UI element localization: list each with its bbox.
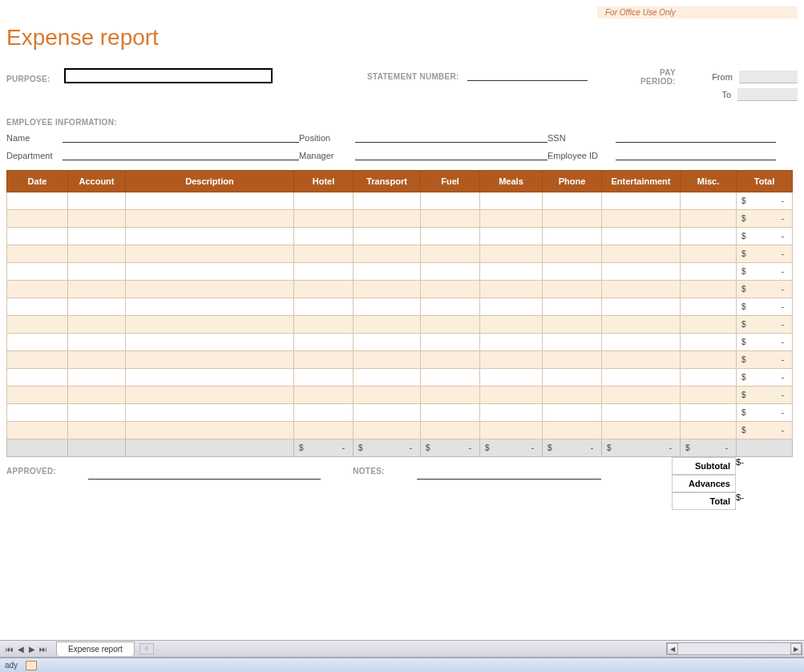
- table-cell[interactable]: [126, 228, 294, 245]
- table-cell[interactable]: [126, 369, 294, 387]
- table-cell[interactable]: [421, 210, 480, 228]
- nav-prev-icon[interactable]: ◀: [16, 643, 26, 654]
- table-cell[interactable]: [421, 316, 480, 334]
- advances-value[interactable]: [736, 475, 792, 492]
- table-cell[interactable]: [602, 351, 681, 369]
- table-cell[interactable]: [354, 210, 421, 228]
- table-cell[interactable]: [681, 351, 737, 369]
- table-cell[interactable]: [68, 334, 126, 351]
- table-cell[interactable]: [294, 369, 354, 387]
- table-cell[interactable]: [126, 298, 294, 316]
- table-cell[interactable]: [480, 369, 543, 387]
- table-cell[interactable]: [294, 387, 354, 404]
- table-cell[interactable]: [7, 369, 68, 387]
- table-cell[interactable]: [7, 298, 68, 316]
- table-cell[interactable]: [602, 263, 681, 281]
- table-cell[interactable]: [681, 245, 737, 263]
- table-cell[interactable]: [421, 228, 480, 245]
- table-cell[interactable]: [7, 192, 68, 210]
- table-cell[interactable]: [68, 316, 126, 334]
- table-cell[interactable]: [354, 281, 421, 298]
- table-cell[interactable]: [126, 351, 294, 369]
- table-cell[interactable]: [126, 245, 294, 263]
- table-cell[interactable]: [421, 263, 480, 281]
- table-cell[interactable]: [7, 334, 68, 351]
- table-cell[interactable]: [354, 316, 421, 334]
- scroll-left-icon[interactable]: ◀: [667, 643, 678, 654]
- table-cell[interactable]: [68, 369, 126, 387]
- table-cell[interactable]: [681, 192, 737, 210]
- table-cell[interactable]: [543, 334, 602, 351]
- horizontal-scrollbar[interactable]: ◀ ▶: [666, 642, 802, 655]
- table-cell[interactable]: [294, 192, 354, 210]
- table-cell[interactable]: [294, 404, 354, 422]
- department-input[interactable]: [63, 148, 299, 160]
- table-cell[interactable]: [480, 281, 543, 298]
- table-cell[interactable]: [543, 404, 602, 422]
- table-cell[interactable]: [602, 245, 681, 263]
- table-cell[interactable]: [294, 316, 354, 334]
- table-cell[interactable]: [602, 210, 681, 228]
- table-cell[interactable]: [294, 298, 354, 316]
- table-cell[interactable]: [421, 298, 480, 316]
- employee-id-input[interactable]: [616, 148, 776, 160]
- add-sheet-icon[interactable]: ✧: [139, 643, 154, 654]
- ssn-input[interactable]: [616, 130, 776, 143]
- table-cell[interactable]: [421, 245, 480, 263]
- scroll-right-icon[interactable]: ▶: [790, 643, 802, 654]
- table-cell[interactable]: [543, 281, 602, 298]
- notes-input[interactable]: [417, 467, 601, 480]
- table-cell[interactable]: [480, 387, 543, 404]
- table-cell[interactable]: [421, 192, 480, 210]
- table-cell[interactable]: [421, 351, 480, 369]
- table-cell[interactable]: [681, 334, 737, 351]
- table-cell[interactable]: [68, 245, 126, 263]
- table-cell[interactable]: [126, 192, 294, 210]
- table-cell[interactable]: [480, 298, 543, 316]
- table-cell[interactable]: [126, 281, 294, 298]
- table-cell[interactable]: [126, 334, 294, 351]
- sheet-tab-expense-report[interactable]: Expense report: [56, 642, 135, 656]
- table-cell[interactable]: [68, 404, 126, 422]
- table-cell[interactable]: [480, 316, 543, 334]
- table-cell[interactable]: [421, 422, 480, 439]
- table-cell[interactable]: [543, 369, 602, 387]
- table-cell[interactable]: [543, 263, 602, 281]
- table-cell[interactable]: [681, 387, 737, 404]
- purpose-input[interactable]: [64, 68, 273, 83]
- table-cell[interactable]: [126, 422, 294, 439]
- table-cell[interactable]: [354, 404, 421, 422]
- table-cell[interactable]: [7, 263, 68, 281]
- table-cell[interactable]: [354, 351, 421, 369]
- table-cell[interactable]: [602, 228, 681, 245]
- table-cell[interactable]: [602, 298, 681, 316]
- table-cell[interactable]: [602, 387, 681, 404]
- table-cell[interactable]: [543, 228, 602, 245]
- table-cell[interactable]: [480, 263, 543, 281]
- table-cell[interactable]: [480, 245, 543, 263]
- table-cell[interactable]: [7, 245, 68, 263]
- table-cell[interactable]: [602, 316, 681, 334]
- name-input[interactable]: [63, 130, 299, 143]
- table-cell[interactable]: [543, 351, 602, 369]
- table-cell[interactable]: [7, 422, 68, 439]
- table-cell[interactable]: [543, 387, 602, 404]
- table-cell[interactable]: [354, 263, 421, 281]
- table-cell[interactable]: [7, 210, 68, 228]
- table-cell[interactable]: [681, 316, 737, 334]
- table-cell[interactable]: [7, 387, 68, 404]
- table-cell[interactable]: [480, 210, 543, 228]
- table-cell[interactable]: [421, 369, 480, 387]
- table-cell[interactable]: [126, 387, 294, 404]
- table-cell[interactable]: [354, 334, 421, 351]
- table-cell[interactable]: [354, 369, 421, 387]
- table-cell[interactable]: [480, 192, 543, 210]
- table-cell[interactable]: [354, 387, 421, 404]
- table-cell[interactable]: [294, 351, 354, 369]
- from-input[interactable]: [739, 71, 798, 83]
- table-cell[interactable]: [543, 210, 602, 228]
- table-cell[interactable]: [7, 351, 68, 369]
- table-cell[interactable]: [126, 404, 294, 422]
- table-cell[interactable]: [68, 192, 126, 210]
- table-cell[interactable]: [602, 422, 681, 439]
